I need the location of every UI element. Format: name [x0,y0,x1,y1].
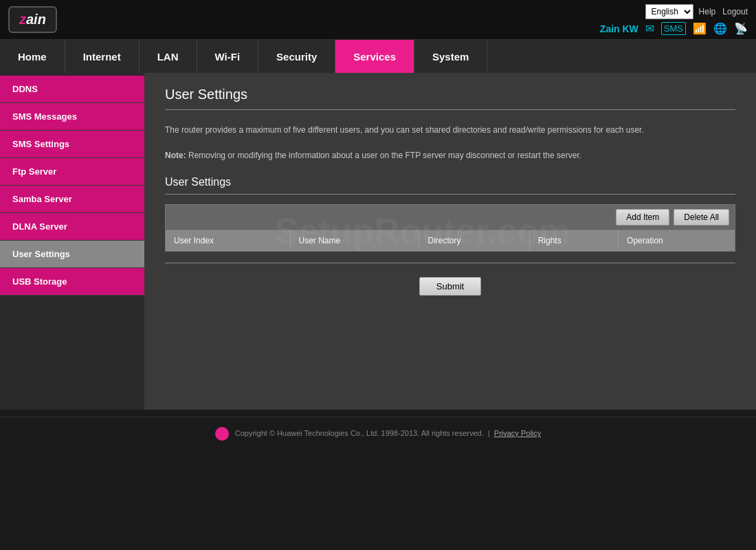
table-toolbar: Add Item Delete All [166,205,735,230]
globe-icon: 🌐 [713,22,727,35]
col-user-index: User Index [166,230,290,251]
privacy-policy-link[interactable]: Privacy Policy [494,429,541,437]
nav-item-wifi[interactable]: Wi-Fi [197,40,259,73]
nav-item-home[interactable]: Home [0,40,65,73]
logout-link[interactable]: Logout [722,7,748,16]
footer: Copyright © Huawei Technologies Co., Ltd… [0,417,756,450]
page-title: User Settings [165,87,735,102]
status-icons-row: Zain KW ✉ SMS 📶 🌐 📡 [600,22,748,35]
sidebar-item-sms-messages[interactable]: SMS Messages [0,103,144,131]
title-divider [165,109,735,110]
sidebar-item-ftp-server[interactable]: Ftp Server [0,158,144,186]
help-link[interactable]: Help [699,7,716,16]
section-divider [165,194,735,195]
note-label: Note: [165,151,186,160]
nav-item-security[interactable]: Security [258,40,335,73]
logo-text: zain [19,12,46,28]
lang-help-row: EnglishArabic Help Logout [645,4,748,19]
section-title: User Settings [165,176,735,188]
sidebar-item-sms-settings[interactable]: SMS Settings [0,131,144,158]
col-directory: Directory [419,230,529,251]
top-right-area: EnglishArabic Help Logout Zain KW ✉ SMS … [600,4,748,35]
col-operation: Operation [619,230,735,251]
sidebar-item-usb-storage[interactable]: USB Storage [0,268,144,296]
wifi-icon: 📡 [734,22,748,35]
footer-logo-icon [215,427,229,441]
sms-icon: SMS [661,22,686,35]
description-area: The router provides a maximum of five di… [165,124,735,137]
content-wrapper: SetupRouter.com DDNS SMS Messages SMS Se… [0,73,756,410]
help-logout-links: Help Logout [699,7,748,16]
table-wrapper: Add Item Delete All User Index User Name… [165,204,735,252]
mail-icon: ✉ [645,22,654,35]
signal-icon: 📶 [693,22,707,35]
users-table: User Index User Name Directory Rights Op… [166,230,735,251]
main-nav: Home Internet LAN Wi-Fi Security Service… [0,40,756,73]
second-divider [165,263,735,263]
col-rights: Rights [529,230,618,251]
add-item-button[interactable]: Add Item [616,209,669,226]
sidebar: DDNS SMS Messages SMS Settings Ftp Serve… [0,73,144,410]
sidebar-item-samba-server[interactable]: Samba Server [0,186,144,213]
note-area: Note: Removing or modifying the informat… [165,149,735,162]
top-bar: zain EnglishArabic Help Logout Zain KW ✉… [0,0,756,40]
language-select[interactable]: EnglishArabic [645,4,693,19]
logo-box: zain [8,6,57,33]
sidebar-item-ddns[interactable]: DDNS [0,76,144,103]
sidebar-item-dlna-server[interactable]: DLNA Server [0,213,144,241]
zain-kw-label: Zain KW [600,23,638,34]
nav-item-lan[interactable]: LAN [140,40,197,73]
submit-row: Submit [165,277,735,296]
sidebar-item-user-settings[interactable]: User Settings [0,241,144,268]
delete-all-button[interactable]: Delete All [674,209,729,226]
logo-z: z [19,12,26,27]
nav-item-services[interactable]: Services [335,40,414,73]
note-text: Removing or modifying the information ab… [188,151,581,160]
footer-copyright: Copyright © Huawei Technologies Co., Ltd… [235,429,484,437]
table-header-row: User Index User Name Directory Rights Op… [166,230,735,251]
col-user-name: User Name [290,230,419,251]
description-text: The router provides a maximum of five di… [165,124,735,137]
submit-button[interactable]: Submit [419,277,481,296]
main-content: User Settings The router provides a maxi… [144,73,756,410]
nav-item-internet[interactable]: Internet [65,40,140,73]
logo-area: zain [8,6,57,33]
nav-item-system[interactable]: System [414,40,487,73]
